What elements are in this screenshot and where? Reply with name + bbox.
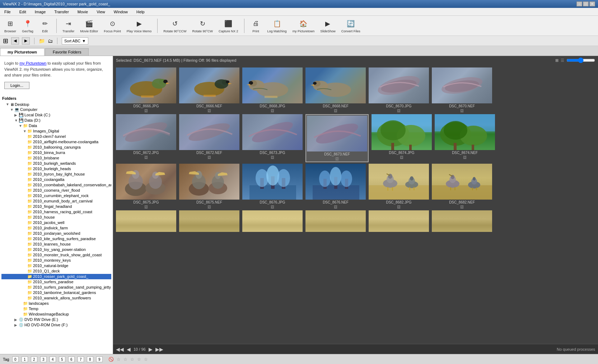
tag-num-9[interactable]: 9 (96, 356, 103, 362)
log-matching-button[interactable]: 📋 Log Matching (266, 18, 288, 34)
maximize-button[interactable]: □ (583, 1, 589, 6)
thumbnail-cell-t11[interactable]: DSC_8674.JPG 🖼 (372, 114, 432, 162)
thumbnail-cell-t7[interactable]: DSC_8672.JPG 🖼 (116, 114, 176, 162)
thumbnail-cell-t24[interactable] (432, 210, 492, 232)
folder-item-eumundi[interactable]: 📁 2010_eumundi_body_art_carnival (1, 199, 111, 204)
transfer-button[interactable]: ⇥ Transfer (61, 18, 76, 34)
thumbnail-cell-t19[interactable] (116, 210, 176, 232)
menu-help[interactable]: Help (135, 9, 146, 15)
tag-num-8[interactable]: 8 (87, 356, 93, 362)
star-1[interactable]: ☆ (117, 357, 121, 362)
folder-item-byron[interactable]: 📁 2010_byron_bay_light_house (1, 172, 111, 177)
folder-item-computer[interactable]: ▼ 💻 Computer (1, 107, 111, 112)
folder-item-landscapes[interactable]: 📁 landscapes (1, 301, 111, 306)
thumbnail-cell-t22[interactable] (305, 210, 366, 232)
view-icon-btn[interactable]: 🗂 (48, 38, 53, 44)
folder-item-brisbane[interactable]: 📁 2010_brisbane (1, 155, 111, 161)
thumbnail-cell-t23[interactable] (369, 210, 429, 232)
menu-view[interactable]: View (95, 9, 107, 15)
star-5[interactable]: ☆ (144, 357, 148, 362)
focus-point-button[interactable]: ⊙ Focus Point (102, 18, 122, 34)
menu-image[interactable]: Image (33, 9, 47, 15)
movie-editor-button[interactable]: 🎬 Movie Editor (79, 18, 99, 34)
thumbnail-cell-t12[interactable]: DSC_8674.NEF 🖼 (435, 114, 495, 162)
folder-item-kite[interactable]: 📁 2010_kite_surfing_surfers_paradise (1, 236, 111, 242)
folder-item-binna[interactable]: 📁 2010_binna_burra (1, 150, 111, 155)
thumbnail-cell-t16[interactable]: DSC_8676.NEF 🖼 (305, 164, 366, 209)
print-button[interactable]: 🖨 Print (249, 18, 263, 34)
folder-item-temp[interactable]: 📁 Temp (1, 306, 111, 312)
nav-forward-button[interactable]: ▶ (22, 37, 30, 45)
thumbnail-cell-t2[interactable]: DSC_8666.NEF 🖼 (179, 67, 239, 113)
folder-item-natural[interactable]: 📁 2010_natural-bridge (1, 263, 111, 269)
nav-first-button[interactable]: ◀◀ (116, 346, 124, 352)
thumbnail-cell-t21[interactable] (242, 210, 303, 232)
nav-back-button[interactable]: ◀ (11, 37, 19, 45)
folder-item-coombabah[interactable]: 📁 2010_coombabah_lakeland_conservation_a… (1, 182, 111, 188)
folder-item-jacobs[interactable]: 📁 2010_jacobs_well (1, 220, 111, 225)
folder-item-fingal[interactable]: 📁 2010_fingal_headland (1, 204, 111, 209)
thumbnail-cell-t4[interactable]: DSC_8668.NEF 🖼 (305, 67, 366, 113)
tab-my-picturetown[interactable]: my Picturetown (0, 48, 45, 56)
tag-num-5[interactable]: 5 (59, 356, 65, 362)
thumbnail-cell-t5[interactable]: DSC_8670.JPG 🖼 (369, 67, 429, 113)
folder-item-warwick[interactable]: 📁 2010_warwick_allora_sunflowers (1, 295, 111, 301)
thumbnail-cell-t3[interactable]: DSC_8668.JPG 🖼 (242, 67, 303, 113)
folder-item-local-c[interactable]: ▶ 💾 Local Disk (C:) (1, 112, 111, 118)
browser-button[interactable]: ⊞ Browser (3, 18, 18, 34)
folder-item-ballooning[interactable]: 📁 2010_ballooning_canungra (1, 145, 111, 150)
star-2[interactable]: ☆ (123, 357, 127, 362)
star-3[interactable]: ☆ (130, 357, 134, 362)
edit-button[interactable]: ✏ Edit (38, 18, 52, 34)
tag-num-3[interactable]: 3 (40, 356, 47, 362)
folder-item-burleigh-heads[interactable]: 📁 2010_burleigh_heads (1, 166, 111, 172)
capture-nx2-button[interactable]: ⬛ Capture NX 2 (217, 18, 240, 34)
folder-icon-btn[interactable]: 📁 (39, 38, 45, 44)
folder-item-loy[interactable]: 📁 2010_loy_yang_power-station (1, 247, 111, 252)
thumbnail-cell-t13[interactable]: DSC_8675.JPG 🖼 (116, 164, 176, 209)
my-picturetown-link[interactable]: my Picturetown (19, 61, 46, 65)
grid-icon[interactable]: ⊞ (555, 58, 559, 63)
folder-item-hd-dvd[interactable]: ▶ 💿 HD DVD-ROM Drive (F:) (1, 322, 111, 328)
tag-num-7[interactable]: 7 (78, 356, 84, 362)
folder-item-monterey[interactable]: 📁 2010_monterey_keys (1, 258, 111, 263)
close-button[interactable]: ✕ (589, 1, 595, 6)
tab-favorite-folders[interactable]: Favorite Folders (45, 48, 89, 56)
nav-next-button[interactable]: ▶ (149, 346, 153, 352)
zoom-slider[interactable] (566, 57, 595, 63)
minimize-button[interactable]: − (576, 1, 582, 6)
folder-item-rosser[interactable]: 📁 2010_rosser_park_gold_coast_ (1, 274, 111, 279)
folder-item-airflight[interactable]: 📁 2010_airflight-melbourne-coolangatta (1, 139, 111, 145)
folder-item-coomera[interactable]: 📁 2010_coomera_river_flood (1, 188, 111, 193)
folder-item-coolangatta[interactable]: 📁 2010_coolangatta (1, 177, 111, 182)
play-voice-button[interactable]: ▶ Play Voice Memo (125, 18, 153, 34)
folder-item-leannes[interactable]: 📁 2010_leannes_house (1, 242, 111, 247)
menu-file[interactable]: File (3, 9, 12, 15)
menu-window[interactable]: Window (112, 9, 129, 15)
folder-item-dvd-rw[interactable]: ▶ 💿 DVD RW Drive (E:) (1, 317, 111, 322)
folder-item-q1[interactable]: 📁 2010_Q1_deck (1, 269, 111, 274)
folder-item-data[interactable]: ▼ 📁 Data (1, 123, 111, 129)
nav-last-button[interactable]: ▶▶ (155, 346, 163, 352)
folder-item-jondaryan[interactable]: 📁 2010_jondaryan_woolshed (1, 231, 111, 236)
thumbnail-cell-t14[interactable]: DSC_8675.NEF 🖼 (179, 164, 239, 209)
folder-item-burleigh-wetlands[interactable]: 📁 2010_burleigh_wetlands (1, 161, 111, 166)
tag-num-4[interactable]: 4 (50, 356, 56, 362)
menu-edit[interactable]: Edit (18, 9, 28, 15)
tag-num-6[interactable]: 6 (68, 356, 75, 362)
nav-prev-button[interactable]: ◀ (127, 346, 131, 352)
thumbnail-cell-t6[interactable]: DSC_8670.NEF 🖼 (432, 67, 492, 113)
folder-item-surfers-sand[interactable]: 📁 2010_surfers_paradise_sand_pumping_jet… (1, 285, 111, 290)
thumbnail-cell-t1[interactable]: DSC_8666.JPG 🖼 (116, 67, 176, 113)
folder-item-monster[interactable]: 📁 2010_monster_truck_show_gold_coast (1, 252, 111, 258)
thumbnail-cell-t17[interactable]: DSC_8682.JPG 🖼 (369, 164, 429, 209)
folder-item-desktop[interactable]: ▼ 🖥 Desktop (1, 102, 111, 107)
slideshow-button[interactable]: ▶ SlideShow (319, 18, 337, 34)
folder-item-currumbin[interactable]: 📁 2010_currumbin_elephant_rock (1, 193, 111, 199)
menu-transfer[interactable]: Transfer (53, 9, 70, 15)
rotate-cw-button[interactable]: ↻ Rotate 90°CW (191, 18, 214, 34)
geotag-button[interactable]: 📍 GeoTag (20, 18, 35, 34)
convert-files-button[interactable]: 🔄 Convert Files (340, 18, 362, 34)
list-icon[interactable]: ☰ (561, 58, 564, 63)
my-picturetown-button[interactable]: 🏠 my Picturetown (291, 18, 316, 34)
